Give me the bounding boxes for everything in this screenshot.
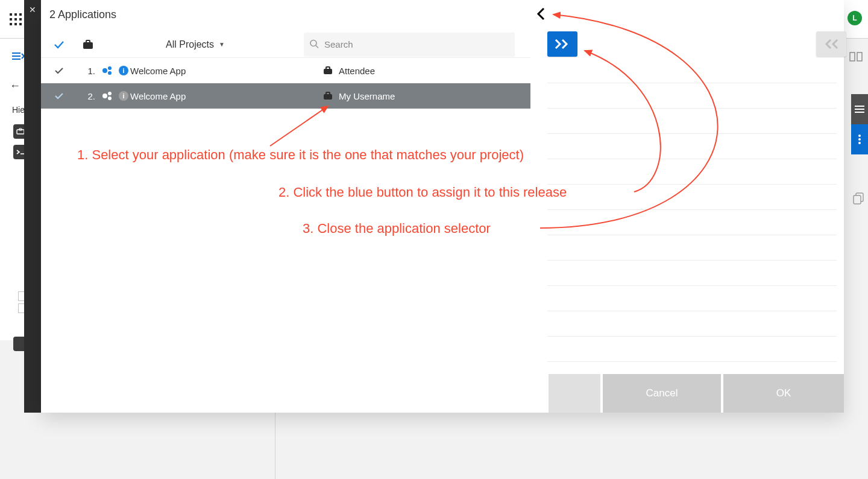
hierarchy-label: Hie: [12, 105, 25, 115]
close-modal-icon[interactable]: ✕: [29, 5, 36, 14]
app-type-icon: [99, 91, 117, 101]
svg-rect-1: [14, 13, 17, 16]
assigned-column: [547, 58, 837, 362]
collapse-rail-icon[interactable]: [12, 52, 24, 63]
svg-rect-15: [850, 52, 855, 61]
row-owner: My Username: [339, 91, 530, 101]
svg-point-39: [102, 68, 107, 73]
cancel-button[interactable]: Cancel: [603, 374, 723, 413]
row-index: 1.: [77, 66, 99, 76]
right-menu-icon[interactable]: [851, 94, 868, 124]
layout-icon[interactable]: [849, 45, 863, 69]
row-app-name: Welcome App: [130, 91, 317, 101]
svg-rect-43: [326, 67, 330, 69]
assign-button[interactable]: [547, 31, 577, 57]
svg-point-44: [102, 94, 107, 98]
unassign-button[interactable]: [816, 31, 846, 57]
row-info-icon[interactable]: i: [117, 91, 130, 101]
apps-grid-icon[interactable]: [10, 13, 22, 25]
search-icon: [310, 39, 318, 49]
row-check-icon[interactable]: [41, 92, 77, 100]
briefcase-icon: [77, 40, 99, 49]
app-type-icon: [99, 66, 117, 75]
assigned-empty-row: [547, 109, 837, 134]
collapse-selector-icon[interactable]: [536, 7, 545, 24]
svg-point-45: [108, 92, 112, 95]
assigned-empty-row: [547, 58, 837, 83]
assigned-empty-row: [547, 261, 837, 286]
back-arrow-icon[interactable]: ←: [10, 80, 20, 92]
svg-rect-3: [10, 18, 12, 21]
row-briefcase-icon: [317, 66, 339, 75]
chevron-down-icon: ▼: [219, 41, 225, 48]
svg-rect-16: [857, 52, 862, 61]
assigned-empty-row: [547, 134, 837, 159]
svg-rect-4: [14, 18, 17, 21]
svg-rect-24: [854, 195, 861, 204]
modal-gutter: ✕: [24, 0, 41, 413]
assigned-empty-row: [547, 185, 837, 210]
svg-rect-8: [19, 23, 22, 25]
assigned-empty-row: [547, 286, 837, 311]
modal-title: 2 Applications: [49, 8, 116, 21]
search-input[interactable]: [304, 33, 515, 57]
application-rows: 1. i Welcome App Attendee 2. i Welcome A…: [41, 58, 530, 109]
svg-point-37: [310, 40, 316, 46]
svg-point-41: [108, 71, 112, 75]
assigned-empty-row: [547, 235, 837, 261]
row-info-icon[interactable]: i: [117, 66, 130, 75]
right-stack: [851, 94, 868, 154]
row-app-name: Welcome App: [130, 66, 317, 76]
project-filter-label: All Projects: [166, 39, 214, 50]
row-briefcase-icon: [317, 92, 339, 100]
application-row[interactable]: 1. i Welcome App Attendee: [41, 58, 530, 83]
footer-spacer: [549, 374, 603, 413]
row-index: 2.: [77, 91, 99, 101]
modal-footer: Cancel OK: [549, 374, 844, 413]
row-check-icon[interactable]: [41, 67, 77, 74]
user-avatar[interactable]: L: [848, 11, 862, 25]
svg-rect-7: [14, 23, 17, 25]
ok-button[interactable]: OK: [723, 374, 844, 413]
application-row[interactable]: 2. i Welcome App My Username: [41, 83, 530, 109]
assigned-empty-row: [547, 83, 837, 109]
svg-rect-48: [326, 92, 330, 95]
project-filter-dropdown[interactable]: All Projects ▼: [99, 39, 292, 50]
filter-bar: All Projects ▼: [41, 31, 530, 58]
svg-point-46: [108, 97, 112, 100]
svg-rect-6: [10, 23, 12, 25]
svg-point-20: [858, 135, 861, 137]
svg-rect-5: [19, 18, 22, 21]
right-overflow-icon[interactable]: [851, 124, 868, 154]
svg-rect-36: [86, 40, 90, 43]
assigned-empty-row: [547, 210, 837, 235]
assigned-empty-row: [547, 337, 837, 362]
svg-point-22: [858, 142, 861, 144]
svg-point-21: [858, 138, 861, 141]
copy-icon[interactable]: [854, 193, 864, 206]
svg-rect-2: [19, 13, 22, 16]
svg-point-40: [108, 66, 112, 70]
transfer-buttons: [547, 31, 846, 57]
assigned-empty-row: [547, 311, 837, 337]
svg-rect-0: [10, 13, 12, 16]
select-all-check[interactable]: [41, 40, 77, 49]
svg-line-38: [316, 45, 318, 48]
row-owner: Attendee: [339, 66, 530, 76]
application-selector-modal: 2 Applications All Projects ▼ 1.: [41, 0, 844, 413]
assigned-empty-row: [547, 159, 837, 185]
